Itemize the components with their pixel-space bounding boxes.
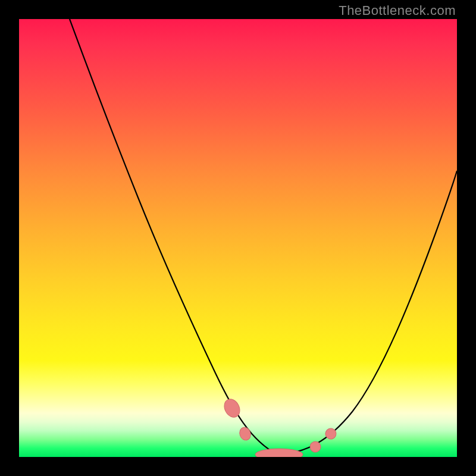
right-curve [278,171,457,455]
bottom-pill [255,449,303,457]
curve-overlay [19,19,457,457]
watermark-text: TheBottleneck.com [339,3,456,18]
left-lower-dot [238,426,252,442]
marker-group [221,396,338,457]
left-curve [70,19,278,455]
chart-container: TheBottleneck.com [0,0,476,476]
